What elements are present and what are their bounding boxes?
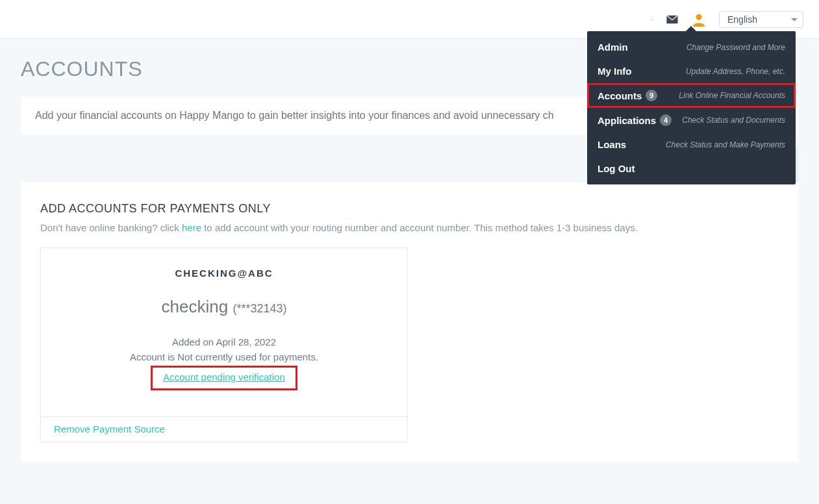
dropdown-sub: Change Password and More <box>687 43 785 52</box>
dropdown-item-applications[interactable]: Applications 4 Check Status and Document… <box>587 108 796 132</box>
account-card-footer: Remove Payment Source <box>41 416 407 442</box>
mail-icon[interactable] <box>666 15 679 24</box>
dropdown-item-log-out[interactable]: Log Out <box>587 157 796 184</box>
dropdown-item-admin[interactable]: Admin Change Password and More <box>587 31 796 59</box>
account-type: checking <box>162 297 229 316</box>
dropdown-label: Log Out <box>598 163 635 174</box>
dropdown-badge: 9 <box>646 90 657 101</box>
dropdown-label: My Info <box>598 66 632 77</box>
dropdown-sub: Check Status and Make Payments <box>666 140 785 149</box>
panel-subtext: Don't have online banking? click here to… <box>40 222 779 233</box>
user-dropdown-menu: Admin Change Password and More My Info U… <box>587 31 796 184</box>
dropdown-item-loans[interactable]: Loans Check Status and Make Payments <box>587 132 796 157</box>
dropdown-label-text: Accounts <box>598 90 642 101</box>
account-added-date: Added on April 28, 2022 <box>54 335 394 350</box>
dropdown-sub: Check Status and Documents <box>682 116 785 125</box>
panel-sub-prefix: Don't have online banking? click <box>40 222 182 233</box>
dropdown-label: Loans <box>598 139 626 150</box>
add-account-link[interactable]: here <box>182 222 201 233</box>
header-separator-dot: · <box>651 15 653 24</box>
dropdown-item-my-info[interactable]: My Info Update Address, Phone, etc. <box>587 59 796 83</box>
dropdown-sub: Update Address, Phone, etc. <box>686 67 785 76</box>
main-panel: ADD ACCOUNTS FOR PAYMENTS ONLY Don't hav… <box>21 183 798 462</box>
language-select[interactable]: English <box>719 11 803 28</box>
dropdown-item-accounts[interactable]: Accounts 9 Link Online Financial Account… <box>587 83 796 108</box>
svg-point-1 <box>696 14 701 19</box>
panel-sub-suffix: to add account with your routing number … <box>201 222 638 233</box>
dropdown-label: Applications 4 <box>598 114 672 126</box>
panel-heading: ADD ACCOUNTS FOR PAYMENTS ONLY <box>40 202 779 216</box>
account-pending-link[interactable]: Account pending verification <box>163 372 285 383</box>
account-type-row: checking (***32143) <box>54 297 394 317</box>
remove-payment-source-link[interactable]: Remove Payment Source <box>54 423 165 435</box>
dropdown-label: Accounts 9 <box>598 90 657 101</box>
dropdown-badge: 4 <box>660 114 672 126</box>
pending-verification-highlight: Account pending verification <box>151 366 297 390</box>
account-name: CHECKING@ABC <box>54 268 394 279</box>
user-icon[interactable] <box>692 12 706 27</box>
account-status: Account is Not currently used for paymen… <box>54 350 394 365</box>
dropdown-label-text: Applications <box>598 115 656 126</box>
dropdown-sub: Link Online Financial Accounts <box>679 91 785 100</box>
language-select-value: English <box>727 14 757 25</box>
account-card: CHECKING@ABC checking (***32143) Added o… <box>40 247 408 442</box>
account-card-body: CHECKING@ABC checking (***32143) Added o… <box>41 248 407 416</box>
dropdown-label: Admin <box>598 42 628 53</box>
account-mask: (***32143) <box>233 302 286 315</box>
